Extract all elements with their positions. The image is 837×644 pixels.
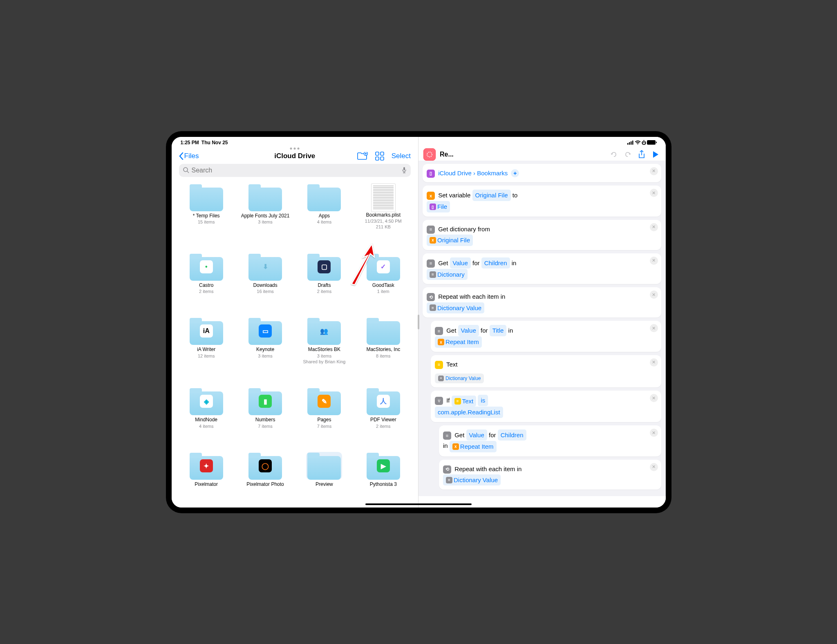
action-get-value[interactable]: ≡ Get Value for Children in xRepeat Item… (439, 425, 661, 456)
files-grid[interactable]: * Temp Files15 itemsApple Fonts July 202… (172, 179, 418, 508)
remove-action-button[interactable]: ✕ (650, 463, 658, 471)
file-icon (371, 183, 396, 212)
file-item[interactable]: * Temp Files15 items (179, 183, 234, 246)
file-item[interactable]: 👥MacStories BK3 itemsShared by Brian Kin… (297, 317, 351, 380)
select-button[interactable]: Select (392, 152, 411, 160)
file-item[interactable]: ▭Keynote3 items (238, 317, 293, 380)
undo-button[interactable] (609, 150, 619, 159)
file-item[interactable]: ▶Pythonista 3 (356, 452, 411, 503)
dict-source[interactable]: xOriginal File (427, 235, 473, 246)
file-item[interactable]: ▮Numbers7 items (238, 387, 293, 445)
magnifier-icon (183, 167, 189, 173)
file-item[interactable]: Apple Fonts July 20213 items (238, 183, 293, 246)
ipad-screen: 1:25 PM Thu Nov 25 ⏻ Files iCloud Drive (172, 137, 666, 508)
share-button[interactable] (637, 150, 647, 159)
remove-action-button[interactable]: ✕ (650, 291, 658, 299)
remove-action-button[interactable]: ✕ (650, 358, 658, 367)
file-item[interactable]: Apps4 items (297, 183, 351, 246)
svg-rect-11 (380, 157, 384, 160)
remove-action-button[interactable]: ✕ (650, 223, 658, 231)
action-repeat[interactable]: ⟲ Repeat with each item in ≡Dictionary V… (423, 287, 661, 318)
folder-icon: ▢ (306, 253, 342, 281)
redo-button[interactable] (623, 150, 633, 159)
action-get-value[interactable]: ≡ Get Value for Title in xRepeat Item ✕ (431, 321, 661, 352)
shortcut-actions-list[interactable]: ▯ iCloud Drive › Bookmarks + ✕ x Set var… (418, 161, 665, 496)
file-item[interactable]: ◈MindNode4 items (179, 387, 234, 445)
svg-rect-0 (627, 143, 629, 145)
shortcut-title[interactable]: Re... (440, 151, 605, 158)
file-item[interactable]: ✓GoodTask1 item (356, 253, 411, 310)
svg-point-12 (184, 168, 188, 172)
files-search[interactable] (179, 164, 411, 177)
file-item[interactable]: ◯Pixelmator Photo (238, 452, 293, 503)
remove-action-button[interactable]: ✕ (650, 189, 658, 197)
variable-target[interactable]: ▯File (427, 201, 450, 212)
action-get-dictionary[interactable]: ≡ Get dictionary from xOriginal File ✕ (423, 220, 661, 250)
shortcut-icon[interactable] (423, 148, 436, 161)
run-button[interactable] (651, 150, 660, 159)
home-indicator[interactable] (365, 503, 472, 505)
add-path-button[interactable]: + (511, 169, 519, 177)
breadcrumb-root[interactable]: iCloud Drive (438, 170, 472, 177)
split-view-handle[interactable] (418, 315, 419, 329)
file-item[interactable]: Preview (297, 452, 351, 503)
dictionary-icon: ≡ (427, 226, 435, 234)
file-name: Castro (199, 282, 213, 289)
file-meta: 3 items (258, 219, 272, 225)
folder-icon: ⬇ (247, 253, 283, 281)
remove-action-button[interactable]: ✕ (650, 257, 658, 265)
folder-icon: iA (188, 317, 224, 345)
folder-icon: • (188, 253, 224, 281)
svg-rect-5 (656, 142, 657, 143)
text-content-token[interactable]: ≡Dictionary Value (435, 373, 484, 383)
file-meta: 15 items (198, 219, 215, 225)
svg-rect-10 (376, 157, 379, 160)
remove-action-button[interactable]: ✕ (650, 394, 658, 402)
file-name: Pixelmator Photo (246, 481, 284, 488)
folder-icon (188, 183, 224, 211)
svg-rect-3 (632, 141, 633, 145)
battery-icon (647, 140, 657, 145)
shortcuts-sidebar: Done Categories Apps ≣All Actions♡Favori… (418, 496, 498, 507)
folder-icon: ✓ (365, 253, 401, 281)
file-item[interactable]: ✎Pages7 items (297, 387, 351, 445)
signal-icon (627, 140, 634, 145)
svg-rect-13 (403, 167, 405, 170)
file-meta: 2 items (376, 423, 390, 429)
action-repeat[interactable]: ⟲ Repeat with each item in ≡Dictionary V… (439, 460, 661, 490)
file-name: Pixelmator (195, 481, 218, 488)
new-folder-icon[interactable] (357, 152, 368, 160)
back-button[interactable]: Files (179, 152, 199, 160)
remove-action-button[interactable]: ✕ (650, 324, 658, 332)
file-item[interactable]: •Castro2 items (179, 253, 234, 310)
search-input[interactable] (192, 167, 400, 174)
if-icon: ⑂ (435, 397, 443, 405)
folder-action-icon: ▯ (427, 170, 435, 178)
action-text[interactable]: ≡ Text ✕ ≡Dictionary Value (431, 355, 661, 387)
file-meta: 1 item (377, 288, 389, 294)
variable-name[interactable]: Original File (472, 190, 511, 201)
folder-icon: ▮ (247, 387, 283, 415)
file-meta: 8 items (376, 353, 390, 359)
file-item[interactable]: ▢Drafts2 items (297, 253, 351, 310)
file-item[interactable]: ✦Pixelmator (179, 452, 234, 503)
svg-rect-4 (647, 140, 656, 145)
mic-icon[interactable] (402, 167, 407, 174)
wifi-icon (635, 140, 641, 145)
file-item[interactable]: 人PDF Viewer2 items (356, 387, 411, 445)
file-item[interactable]: iAiA Writer12 items (179, 317, 234, 380)
action-get-value[interactable]: ≡ Get Value for Children in ≡Dictionary … (423, 253, 661, 284)
action-if[interactable]: ⑂ If ≡Text is com.apple.ReadingList ✕ (431, 391, 661, 422)
file-item[interactable]: Bookmarks.plist11/23/21, 4:50 PM211 KB (356, 183, 411, 246)
breadcrumb-folder[interactable]: Bookmarks (477, 170, 508, 177)
view-grid-icon[interactable] (375, 152, 384, 161)
file-name: MindNode (195, 417, 217, 423)
remove-action-button[interactable]: ✕ (650, 429, 658, 437)
file-meta: Shared by Brian King (303, 359, 345, 364)
file-meta: 3 items (258, 353, 272, 359)
action-folder[interactable]: ▯ iCloud Drive › Bookmarks + ✕ (423, 164, 661, 183)
file-item[interactable]: MacStories, Inc8 items (356, 317, 411, 380)
remove-action-button[interactable]: ✕ (650, 167, 658, 175)
action-set-variable[interactable]: x Set variable Original File to ▯File ✕ (423, 186, 661, 217)
file-item[interactable]: ⬇Downloads16 items (238, 253, 293, 310)
